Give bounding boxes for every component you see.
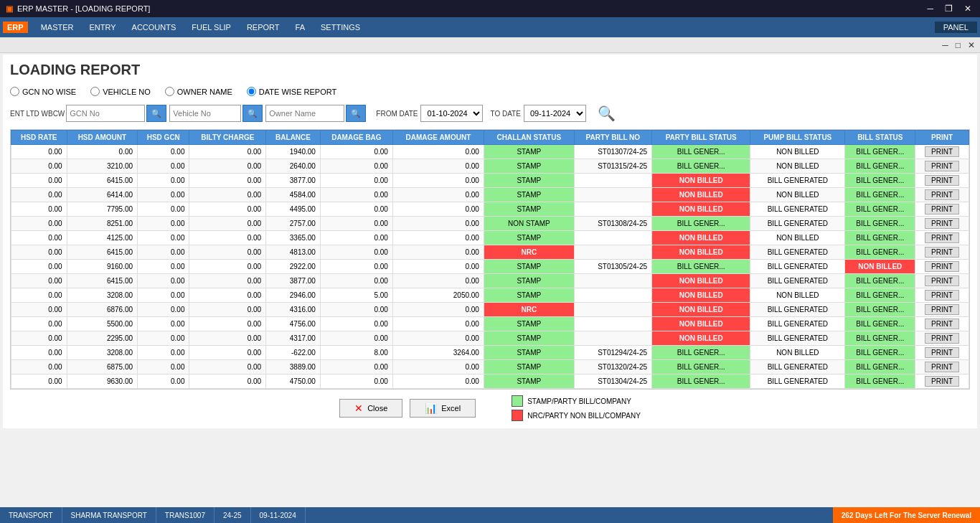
restore-button[interactable]: ❐ [942,4,956,14]
table-row: 0.00 6415.00 0.00 0.00 4813.00 0.00 0.00… [11,245,969,260]
print-button[interactable]: PRINT [925,218,959,229]
gcn-input[interactable] [66,105,145,122]
bill-status-cell: BILL GENER... [845,202,915,217]
minimize-button[interactable]: ─ [924,4,936,14]
status-cell: BILL GENER... [652,346,750,360]
print-button[interactable]: PRINT [925,304,959,315]
to-date-label: TO DATE [490,110,520,118]
table-row: 0.00 3208.00 0.00 0.00 2946.00 5.00 2050… [11,288,969,303]
excel-icon: 📊 [425,402,437,414]
challan-status-cell: STAMP [484,188,574,202]
from-date-select[interactable]: 01-10-2024 [420,105,483,122]
print-button[interactable]: PRINT [925,362,959,372]
menu-bar: ERP MASTER ENTRY ACCOUNTS FUEL SLIP REPO… [0,17,980,37]
print-button[interactable]: PRINT [925,376,959,387]
bill-status-cell: BILL GENER... [845,145,915,159]
app-icon: ▣ [6,4,13,14]
close-button[interactable]: ✕ [961,4,974,14]
print-button[interactable]: PRINT [925,347,959,358]
status-cell: NON BILLED [652,245,750,260]
radio-owner[interactable]: OWNER NAME [165,87,232,96]
menu-report[interactable]: REPORT [240,20,287,34]
menu-accounts[interactable]: ACCOUNTS [125,20,184,34]
print-button[interactable]: PRINT [925,333,959,344]
menu-master[interactable]: MASTER [34,20,81,34]
menu-fuel-slip[interactable]: FUEL SLIP [184,20,238,34]
close-button[interactable]: ✕ Close [339,399,402,418]
legend-area: STAMP/PARTY BILL/COMPANY NRC/PARTY NON B… [512,395,641,421]
status-cell: BILL GENER... [652,360,750,374]
table-row: 0.00 9160.00 0.00 0.00 2922.00 0.00 0.00… [11,260,969,274]
challan-status-cell: STAMP [484,260,574,274]
table-row: 0.00 8251.00 0.00 0.00 2757.00 0.00 0.00… [11,217,969,231]
bill-status-cell: BILL GENER... [845,303,915,317]
bill-status-cell: BILL GENER... [845,217,915,231]
title-bar: ▣ ERP MASTER - [LOADING REPORT] ─ ❐ ✕ [0,0,980,17]
print-button[interactable]: PRINT [925,290,959,301]
status-cell: BILL GENER... [652,217,750,231]
status-cell: NON BILLED [652,174,750,188]
main-search-button[interactable]: 🔍 [596,103,617,123]
print-button[interactable]: PRINT [925,161,959,171]
table-row: 0.00 3208.00 0.00 0.00 -622.00 8.00 3264… [11,346,969,360]
bill-status-cell: BILL GENER... [845,231,915,245]
main-content: LOADING REPORT GCN NO WISE VEHICLE NO OW… [3,55,977,428]
table-row: 0.00 3210.00 0.00 0.00 2640.00 0.00 0.00… [11,159,969,174]
print-button[interactable]: PRINT [925,146,959,157]
print-button[interactable]: PRINT [925,275,959,286]
bill-status-cell: BILL GENER... [845,245,915,260]
challan-status-cell: STAMP [484,145,574,159]
legend-stamp: STAMP/PARTY BILL/COMPANY [512,395,641,407]
owner-input[interactable] [265,105,344,122]
filter-label-1: ENT LTD WBCW [10,110,65,118]
win-restore-btn[interactable]: ─ [940,40,951,50]
print-button[interactable]: PRINT [925,319,959,329]
status-cell: BILL GENER... [652,374,750,389]
bill-status-cell: BILL GENER... [845,288,915,303]
vehicle-search-button[interactable]: 🔍 [242,105,263,122]
bill-status-cell: BILL GENER... [845,360,915,374]
from-date-label: FROM DATE [376,110,418,118]
print-button[interactable]: PRINT [925,247,959,258]
win-maximize-btn[interactable]: □ [953,40,963,50]
col-hsd-gcn: HSD GCN [138,131,189,145]
table-header-row: HSD RATE HSD AMOUNT HSD GCN BILTY CHARGE… [11,131,969,145]
challan-status-cell: NRC [484,303,574,317]
status-cell: NON BILLED [652,288,750,303]
col-damage-bag: DAMAGE BAG [320,131,392,145]
gcn-search-button[interactable]: 🔍 [146,105,166,122]
excel-button[interactable]: 📊 Excel [410,399,476,418]
title-bar-text: ERP MASTER - [LOADING REPORT] [17,4,150,13]
table-row: 0.00 7795.00 0.00 0.00 4495.00 0.00 0.00… [11,202,969,217]
print-button[interactable]: PRINT [925,261,959,272]
radio-gcn[interactable]: GCN NO WISE [10,87,76,96]
challan-status-cell: STAMP [484,174,574,188]
table-row: 0.00 9630.00 0.00 0.00 4750.00 0.00 0.00… [11,374,969,389]
win-close-btn[interactable]: ✕ [966,40,977,50]
filter-field-3: 🔍 [265,105,366,122]
col-party-bill-status: PARTY BILL STATUS [652,131,750,145]
vehicle-input[interactable] [169,105,241,122]
bill-status-cell: BILL GENER... [845,331,915,346]
table-row: 0.00 6415.00 0.00 0.00 3877.00 0.00 0.00… [11,174,969,188]
owner-search-button[interactable]: 🔍 [346,105,366,122]
print-button[interactable]: PRINT [925,232,959,243]
print-button[interactable]: PRINT [925,189,959,200]
col-bilty-charge: BILTY CHARGE [189,131,266,145]
print-button[interactable]: PRINT [925,204,959,215]
table-row: 0.00 2295.00 0.00 0.00 4317.00 0.00 0.00… [11,331,969,346]
data-table-container[interactable]: HSD RATE HSD AMOUNT HSD GCN BILTY CHARGE… [10,129,970,390]
menu-fa[interactable]: FA [288,20,312,34]
menu-settings[interactable]: SETTINGS [314,20,367,34]
col-challan-status: CHALLAN STATUS [484,131,574,145]
print-button[interactable]: PRINT [925,175,959,186]
challan-status-cell: STAMP [484,288,574,303]
menu-entry[interactable]: ENTRY [82,20,123,34]
to-date-select[interactable]: 09-11-2024 [524,105,586,122]
window-controls: ─ □ ✕ [0,37,980,53]
table-row: 0.00 6414.00 0.00 0.00 4584.00 0.00 0.00… [11,188,969,202]
radio-date[interactable]: DATE WISE REPORT [247,87,336,96]
legend-green-box [512,395,523,407]
challan-status-cell: STAMP [484,374,574,389]
radio-vehicle[interactable]: VEHICLE NO [90,87,151,96]
